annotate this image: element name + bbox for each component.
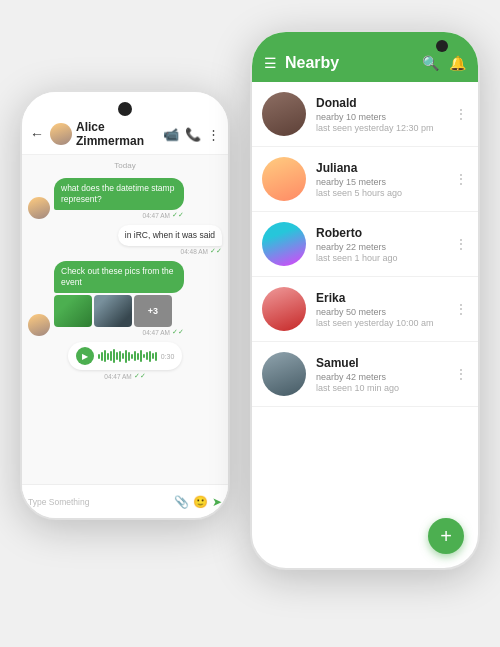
- scene: ← Alice Zimmerman 📹 📞 ⋮ Today what does …: [0, 0, 500, 647]
- chat-body: Today what does the datetime stamp repre…: [22, 155, 228, 491]
- chat-date: Today: [28, 161, 222, 170]
- add-fab-button[interactable]: +: [428, 518, 464, 554]
- read-check: ✓✓: [172, 328, 184, 336]
- list-item[interactable]: Roberto nearby 22 meters last seen 1 hou…: [252, 212, 478, 277]
- person-distance: nearby 42 meters: [316, 372, 444, 382]
- message-text: Check out these pics from the event: [61, 266, 173, 287]
- image-thumb[interactable]: [54, 295, 92, 327]
- header-action-icons: 🔍 🔔: [422, 55, 466, 71]
- person-last-seen: last seen 5 hours ago: [316, 188, 444, 198]
- nearby-title: Nearby: [285, 54, 414, 72]
- more-options-icon[interactable]: ⋮: [454, 236, 468, 252]
- message-row: in iRC, when it was said 04:48 AM ✓✓: [28, 225, 222, 255]
- person-name: Juliana: [316, 161, 444, 175]
- person-last-seen: last seen 1 hour ago: [316, 253, 444, 263]
- avatar: [262, 287, 306, 331]
- chat-bubble: Check out these pics from the event: [54, 261, 184, 293]
- read-check: ✓✓: [210, 247, 222, 255]
- avatar: [50, 123, 72, 145]
- input-placeholder[interactable]: Type Something: [28, 497, 170, 507]
- image-attachments: +3: [54, 295, 184, 327]
- header-icons: 📹 📞 ⋮: [163, 127, 220, 142]
- chat-bubble: what does the datetime stamp represent?: [54, 178, 184, 210]
- add-icon: +: [440, 525, 452, 548]
- person-name: Roberto: [316, 226, 444, 240]
- right-notch: [436, 40, 448, 52]
- more-options-icon[interactable]: ⋮: [454, 171, 468, 187]
- waveform: [98, 349, 157, 363]
- sender-avatar: [28, 314, 50, 336]
- message-text: in iRC, when it was said: [125, 230, 215, 240]
- phone-call-icon[interactable]: 📞: [185, 127, 201, 142]
- list-item[interactable]: Samuel nearby 42 meters last seen 10 min…: [252, 342, 478, 407]
- voice-duration: 0:30: [161, 353, 175, 360]
- nearby-list: Donald nearby 10 meters last seen yester…: [252, 82, 478, 407]
- voice-play-button[interactable]: ▶: [76, 347, 94, 365]
- more-options-icon[interactable]: ⋮: [454, 366, 468, 382]
- avatar: [262, 352, 306, 396]
- left-notch: [118, 102, 132, 116]
- emoji-icon[interactable]: 🙂: [193, 495, 208, 509]
- list-item[interactable]: Erika nearby 50 meters last seen yesterd…: [252, 277, 478, 342]
- back-button[interactable]: ←: [30, 126, 44, 142]
- chat-bubble: in iRC, when it was said: [118, 225, 222, 246]
- voice-time: 04:47 AM ✓✓: [28, 372, 222, 380]
- person-last-seen: last seen yesterday 10:00 am: [316, 318, 444, 328]
- person-info: Juliana nearby 15 meters last seen 5 hou…: [316, 161, 444, 198]
- person-distance: nearby 50 meters: [316, 307, 444, 317]
- image-thumb[interactable]: [94, 295, 132, 327]
- more-options-icon[interactable]: ⋮: [454, 301, 468, 317]
- video-call-icon[interactable]: 📹: [163, 127, 179, 142]
- hamburger-menu-icon[interactable]: ☰: [264, 55, 277, 71]
- person-name: Erika: [316, 291, 444, 305]
- sender-avatar: [28, 197, 50, 219]
- avatar: [262, 157, 306, 201]
- avatar: [262, 222, 306, 266]
- read-check: ✓✓: [172, 211, 184, 219]
- list-item[interactable]: Donald nearby 10 meters last seen yester…: [252, 82, 478, 147]
- chat-phone: ← Alice Zimmerman 📹 📞 ⋮ Today what does …: [20, 90, 230, 520]
- nearby-phone: ☰ Nearby 🔍 🔔 Donald nearby 10 meters las…: [250, 30, 480, 570]
- read-check: ✓✓: [134, 372, 146, 380]
- person-distance: nearby 10 meters: [316, 112, 444, 122]
- message-time: 04:47 AM ✓✓: [54, 328, 184, 336]
- attach-icon[interactable]: 📎: [174, 495, 189, 509]
- person-name: Samuel: [316, 356, 444, 370]
- person-last-seen: last seen 10 min ago: [316, 383, 444, 393]
- person-distance: nearby 15 meters: [316, 177, 444, 187]
- more-options-icon[interactable]: ⋮: [207, 127, 220, 142]
- more-options-icon[interactable]: ⋮: [454, 106, 468, 122]
- message-time: 04:47 AM ✓✓: [54, 211, 184, 219]
- person-info: Donald nearby 10 meters last seen yester…: [316, 96, 444, 133]
- chat-input-bar: Type Something 📎 🙂 ➤: [22, 484, 228, 518]
- voice-message[interactable]: ▶: [68, 342, 183, 370]
- message-row: what does the datetime stamp represent? …: [28, 178, 222, 219]
- person-name: Donald: [316, 96, 444, 110]
- send-button[interactable]: ➤: [212, 495, 222, 509]
- person-info: Erika nearby 50 meters last seen yesterd…: [316, 291, 444, 328]
- notifications-icon[interactable]: 🔔: [449, 55, 466, 71]
- more-images[interactable]: +3: [134, 295, 172, 327]
- message-row: Check out these pics from the event +3 0…: [28, 261, 222, 336]
- person-distance: nearby 22 meters: [316, 242, 444, 252]
- person-info: Samuel nearby 42 meters last seen 10 min…: [316, 356, 444, 393]
- person-info: Roberto nearby 22 meters last seen 1 hou…: [316, 226, 444, 263]
- message-time: 04:48 AM ✓✓: [118, 247, 222, 255]
- message-text: what does the datetime stamp represent?: [61, 183, 174, 204]
- avatar: [262, 92, 306, 136]
- contact-name: Alice Zimmerman: [76, 120, 159, 148]
- list-item[interactable]: Juliana nearby 15 meters last seen 5 hou…: [252, 147, 478, 212]
- search-icon[interactable]: 🔍: [422, 55, 439, 71]
- person-last-seen: last seen yesterday 12:30 pm: [316, 123, 444, 133]
